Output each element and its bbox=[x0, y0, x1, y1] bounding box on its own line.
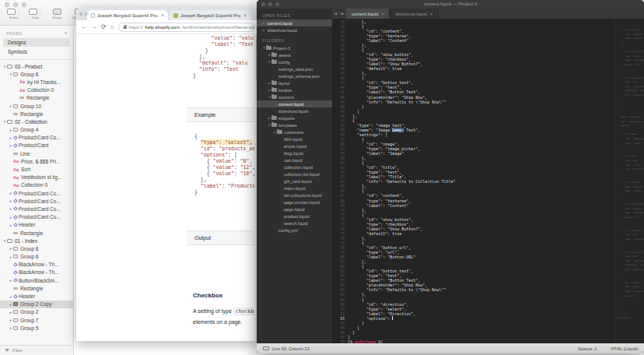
tree-folder-item[interactable]: ▸snippets bbox=[257, 114, 332, 121]
caret-right-icon[interactable]: ▸ bbox=[9, 143, 13, 148]
code-area[interactable]: 3031323334353637383940414243444546474849… bbox=[332, 19, 644, 343]
tab-scroll-right-icon[interactable]: ▶ bbox=[339, 9, 346, 19]
tab-close-icon[interactable]: × bbox=[243, 12, 247, 18]
tree-file-item[interactable]: slideshow.liquid bbox=[257, 107, 332, 114]
tree-folder-item[interactable]: ▾Project-3 bbox=[257, 44, 332, 51]
layer-row[interactable]: ▸Product/Card Co... bbox=[0, 189, 73, 197]
caret-right-icon[interactable]: ▸ bbox=[9, 191, 13, 195]
open-file-item[interactable]: ×content.liquid bbox=[257, 19, 332, 26]
layer-row[interactable]: AaCollection 0 bbox=[0, 86, 73, 94]
layer-row[interactable]: AaPrice, $-$$$ Pri... bbox=[0, 157, 73, 165]
layer-row[interactable]: ▾03 - Product bbox=[0, 62, 73, 70]
open-file-item[interactable]: ×slideshow.liquid bbox=[257, 26, 332, 33]
layer-row[interactable]: AaCollection 0 bbox=[0, 181, 73, 189]
tree-file-item[interactable]: settings_data.json bbox=[257, 65, 332, 72]
status-spaces[interactable]: Spaces: 2 bbox=[578, 346, 597, 351]
toolbar-data-button[interactable]: ⌄Data bbox=[27, 8, 44, 20]
tree-file-item[interactable]: blog.liquid bbox=[257, 149, 332, 156]
layer-row[interactable]: BlackArrow - Th... bbox=[0, 261, 73, 269]
tree-file-item[interactable]: collection.liquid bbox=[257, 163, 332, 170]
caret-right-icon[interactable]: ▸ bbox=[9, 206, 13, 211]
close-file-icon[interactable]: × bbox=[262, 21, 265, 26]
layer-row[interactable]: ▸Product/Card Co... bbox=[0, 134, 73, 142]
status-icon[interactable] bbox=[263, 346, 269, 350]
layer-row[interactable]: ▸Product/Card Co... bbox=[0, 197, 73, 205]
layer-row[interactable]: ▸Product/Card Co... bbox=[0, 213, 73, 221]
tree-file-item[interactable]: content.liquid bbox=[257, 100, 332, 107]
tree-file-item[interactable]: page.liquid bbox=[257, 206, 332, 213]
layer-row[interactable]: Line bbox=[0, 149, 73, 157]
tree-folder-item[interactable]: ▾sections bbox=[257, 93, 332, 100]
tree-folder-item[interactable]: ▸locales bbox=[257, 86, 332, 93]
layer-row[interactable]: ▸Group 7 bbox=[0, 316, 73, 324]
layer-row[interactable]: Aaby Hi Thanks... bbox=[0, 78, 73, 86]
layer-row[interactable]: ▸Header bbox=[0, 292, 73, 300]
toolbar-group-button[interactable]: Group bbox=[49, 8, 65, 20]
zoom-button[interactable] bbox=[275, 2, 279, 6]
tree-folder-item[interactable]: ▸layout bbox=[257, 79, 332, 86]
layer-row[interactable]: ▸Header bbox=[0, 221, 73, 229]
zoom-button[interactable] bbox=[22, 2, 26, 7]
tab-scroll-left-icon[interactable]: ◀ bbox=[332, 9, 339, 19]
back-icon[interactable]: ← bbox=[81, 23, 87, 30]
layer-row[interactable]: ▸Group 2 bbox=[0, 308, 73, 316]
tree-file-item[interactable]: 404.liquid bbox=[257, 135, 332, 142]
reload-icon[interactable]: ⟳ bbox=[101, 23, 107, 30]
layer-row[interactable]: ▾02 - Collection bbox=[0, 118, 73, 125]
tree-file-item[interactable]: search.liquid bbox=[257, 220, 332, 227]
page-item-symbols[interactable]: Symbols bbox=[3, 47, 70, 56]
tab-close-icon[interactable]: × bbox=[381, 12, 383, 16]
tree-folder-item[interactable]: ▾config bbox=[257, 58, 332, 65]
tree-file-item[interactable]: gift_card.liquid bbox=[257, 178, 332, 185]
tab-close-icon[interactable]: × bbox=[161, 12, 164, 18]
tree-file-item[interactable]: index.liquid bbox=[257, 185, 332, 192]
toolbar-insert-button[interactable]: ⌄Insert bbox=[5, 8, 22, 20]
layer-row[interactable]: ▸Product/Card Co... bbox=[0, 205, 73, 213]
close-button[interactable] bbox=[79, 12, 82, 16]
editor-tab[interactable]: content.liquid× bbox=[346, 9, 390, 19]
status-syntax[interactable]: HTML (Liquid) bbox=[611, 346, 638, 351]
minimize-button[interactable] bbox=[268, 2, 272, 6]
caret-right-icon[interactable]: ▸ bbox=[9, 278, 13, 283]
address-bar[interactable]: https://help.shopify.com/en/themes/devel… bbox=[118, 23, 255, 32]
minimize-button[interactable] bbox=[13, 2, 18, 7]
forward-icon[interactable]: → bbox=[91, 23, 97, 30]
layer-row[interactable]: ▾Group 8 bbox=[0, 70, 73, 78]
tree-file-item[interactable]: config.yml bbox=[257, 227, 332, 234]
layer-row[interactable]: ▸Group 2 Copy bbox=[0, 301, 73, 308]
tree-file-item[interactable]: article.liquid bbox=[257, 142, 332, 149]
layer-row[interactable]: Rectangle bbox=[0, 284, 73, 292]
tree-file-item[interactable]: settings_schema.json bbox=[257, 72, 332, 79]
layer-row[interactable]: ▸Group 4 bbox=[0, 126, 73, 134]
tab-close-icon[interactable]: × bbox=[430, 12, 432, 16]
layer-row[interactable]: AaVestibulum id lig... bbox=[0, 174, 73, 181]
layers-filter[interactable]: Filter bbox=[0, 345, 73, 355]
tree-folder-item[interactable]: ▾templates bbox=[257, 121, 332, 128]
editor-tab[interactable]: slideshow.liquid× bbox=[390, 9, 439, 19]
editor-titlebar[interactable]: content.liquid — Project-3 bbox=[257, 0, 644, 9]
caret-right-icon[interactable]: ▸ bbox=[9, 199, 13, 203]
layer-row[interactable]: ▸Group 10 bbox=[0, 102, 73, 110]
layer-row[interactable]: ▸Product/Card bbox=[0, 142, 73, 149]
close-file-icon[interactable]: × bbox=[262, 28, 265, 33]
layer-row[interactable]: Rectangle bbox=[0, 229, 73, 237]
tree-folder-item[interactable]: ▸assets bbox=[257, 51, 332, 58]
home-icon[interactable]: ⌂ bbox=[110, 23, 114, 30]
add-page-button[interactable]: + bbox=[65, 30, 68, 36]
layer-row[interactable]: ▸Group 8 bbox=[0, 253, 73, 261]
tree-file-item[interactable]: page.contact.liquid bbox=[257, 199, 332, 206]
layer-row[interactable]: BlackArrow - Th... bbox=[0, 269, 73, 276]
page-item-designs[interactable]: Designs bbox=[3, 38, 70, 47]
tree-file-item[interactable]: product.liquid bbox=[257, 213, 332, 220]
minimap[interactable]: }, { "id": "content", "type": "textarea"… bbox=[614, 19, 644, 343]
layer-row[interactable]: Rectangle bbox=[0, 94, 73, 102]
close-button[interactable] bbox=[5, 2, 9, 7]
tree-file-item[interactable]: cart.liquid bbox=[257, 156, 332, 163]
layer-row[interactable]: ▸Group 8 bbox=[0, 244, 73, 252]
layer-row[interactable]: ▸Group 5 bbox=[0, 324, 73, 332]
browser-tab[interactable]: Joseph Bergdoll SuperHi Pro...× bbox=[87, 10, 168, 20]
layer-row[interactable]: AaSort bbox=[0, 165, 73, 173]
tree-file-item[interactable]: collection.list.liquid bbox=[257, 170, 332, 178]
layer-row[interactable]: Rectangle bbox=[0, 110, 73, 118]
close-button[interactable] bbox=[261, 2, 265, 6]
